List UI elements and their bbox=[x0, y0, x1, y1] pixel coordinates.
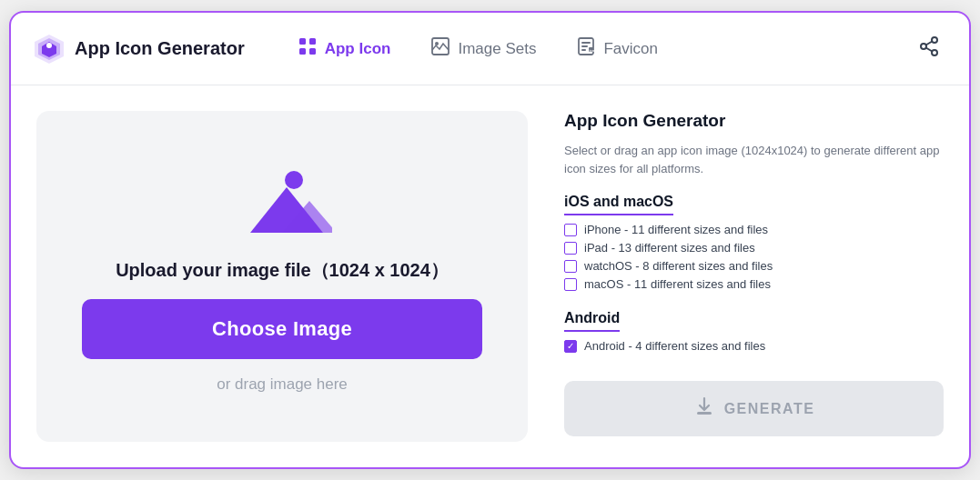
settings-panel: App Icon Generator Select or drag an app… bbox=[564, 111, 944, 442]
svg-line-19 bbox=[926, 47, 933, 51]
svg-text:ico: ico bbox=[590, 48, 595, 53]
app-icon-tab-icon bbox=[298, 36, 318, 61]
svg-point-16 bbox=[932, 37, 937, 43]
header: App Icon Generator App Icon bbox=[11, 13, 969, 85]
watchos-label: watchOS - 8 different sizes and files bbox=[584, 259, 773, 273]
upload-illustration bbox=[232, 160, 332, 242]
svg-point-21 bbox=[285, 171, 303, 189]
android-heading: Android bbox=[564, 310, 620, 332]
svg-rect-4 bbox=[299, 38, 306, 45]
iphone-label: iPhone - 11 different sizes and files bbox=[584, 223, 768, 236]
app-icon-tab-label: App Icon bbox=[325, 40, 391, 58]
svg-line-20 bbox=[926, 41, 933, 45]
svg-rect-12 bbox=[581, 45, 588, 47]
favicon-tab-icon: ico bbox=[576, 36, 596, 61]
upload-title: Upload your image file（1024 x 1024） bbox=[116, 258, 449, 283]
svg-point-17 bbox=[921, 44, 926, 49]
ipad-label: iPad - 13 different sizes and files bbox=[584, 241, 755, 255]
choose-image-button[interactable]: Choose Image bbox=[82, 299, 482, 359]
main-content: Upload your image file（1024 x 1024） Choo… bbox=[11, 85, 969, 467]
logo-text: App Icon Generator bbox=[75, 38, 245, 59]
svg-point-9 bbox=[435, 42, 439, 45]
iphone-checkbox[interactable] bbox=[564, 224, 577, 236]
android-checkbox[interactable]: ✓ bbox=[564, 340, 577, 353]
generate-icon bbox=[693, 395, 715, 422]
logo-icon bbox=[33, 33, 66, 65]
tab-app-icon[interactable]: App Icon bbox=[281, 29, 408, 68]
ios-macos-heading: iOS and macOS bbox=[564, 194, 673, 215]
watchos-checkbox[interactable] bbox=[564, 260, 577, 273]
macos-checkbox[interactable] bbox=[564, 278, 577, 291]
image-sets-tab-icon bbox=[430, 36, 450, 61]
svg-rect-7 bbox=[309, 48, 316, 55]
settings-title: App Icon Generator bbox=[564, 111, 944, 131]
ipad-checkbox[interactable] bbox=[564, 242, 577, 255]
iphone-item[interactable]: iPhone - 11 different sizes and files bbox=[564, 223, 944, 236]
generate-button[interactable]: GENERATE bbox=[564, 381, 944, 436]
settings-description: Select or drag an app icon image (1024x1… bbox=[564, 142, 944, 177]
macos-item[interactable]: macOS - 11 different sizes and files bbox=[564, 277, 944, 291]
logo-area: App Icon Generator bbox=[33, 33, 245, 65]
svg-rect-6 bbox=[299, 48, 306, 55]
macos-label: macOS - 11 different sizes and files bbox=[584, 277, 771, 291]
android-item[interactable]: ✓ Android - 4 different sizes and files bbox=[564, 339, 944, 353]
drag-text: or drag image here bbox=[217, 375, 348, 394]
generate-btn-label: GENERATE bbox=[724, 401, 815, 417]
svg-rect-24 bbox=[697, 412, 712, 415]
android-label: Android - 4 different sizes and files bbox=[584, 339, 765, 353]
favicon-tab-label: Favicon bbox=[603, 40, 658, 58]
svg-point-18 bbox=[932, 50, 937, 55]
image-sets-tab-label: Image Sets bbox=[458, 40, 536, 58]
svg-rect-5 bbox=[309, 38, 316, 45]
svg-point-3 bbox=[46, 43, 52, 48]
ipad-item[interactable]: iPad - 13 different sizes and files bbox=[564, 241, 944, 255]
tab-favicon[interactable]: ico Favicon bbox=[560, 29, 674, 68]
watchos-item[interactable]: watchOS - 8 different sizes and files bbox=[564, 259, 944, 273]
svg-rect-11 bbox=[581, 42, 591, 44]
app-window: App Icon Generator App Icon bbox=[9, 11, 971, 469]
android-section: Android ✓ Android - 4 different sizes an… bbox=[564, 310, 944, 357]
share-button[interactable] bbox=[911, 28, 947, 70]
svg-rect-13 bbox=[581, 49, 586, 51]
tab-image-sets[interactable]: Image Sets bbox=[414, 29, 552, 68]
upload-panel: Upload your image file（1024 x 1024） Choo… bbox=[36, 111, 528, 442]
ios-macos-section: iOS and macOS iPhone - 11 different size… bbox=[564, 194, 944, 295]
nav-tabs: App Icon Image Sets bbox=[281, 29, 911, 68]
